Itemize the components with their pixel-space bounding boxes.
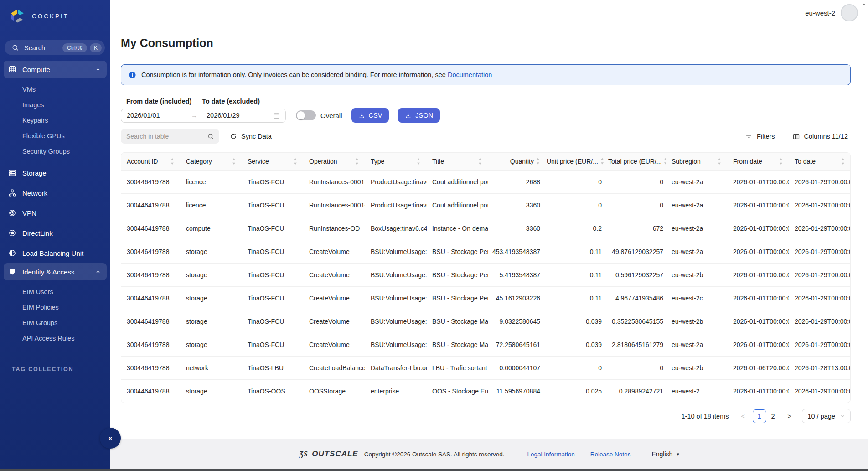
from-date-value[interactable]: 2026/01/01	[127, 112, 191, 119]
sidebar-item-storage[interactable]: Storage	[4, 163, 107, 183]
pagination-next-button[interactable]: >	[784, 412, 796, 420]
table-cell: eu-west-2a	[666, 240, 728, 263]
column-header-from-date[interactable]: From date	[728, 153, 789, 170]
table-cell: 300446419788	[121, 310, 181, 333]
table-cell: ProductUsage:tinav6	[365, 170, 427, 193]
page-size-select[interactable]: 10 / page	[802, 409, 851, 423]
table-tools: Filters Columns 11/12	[745, 133, 851, 140]
column-header-subregion[interactable]: Subregion	[666, 153, 728, 170]
sort-caret-icon	[600, 157, 604, 165]
table-cell: 0	[543, 170, 604, 193]
table-cell: 2026-01-29T00:00:00	[789, 217, 851, 240]
column-header-title[interactable]: Title	[427, 153, 488, 170]
sync-data-button[interactable]: Sync Data	[230, 133, 272, 140]
table-cell: 2026-01-01T00:00:00	[728, 379, 789, 403]
table-cell: 300446419788	[121, 193, 181, 217]
table-cell: CreateVolume	[304, 240, 365, 263]
column-header-to-date[interactable]: To date	[789, 153, 851, 170]
columns-button[interactable]: Columns 11/12	[792, 133, 848, 140]
sidebar-item-security-groups[interactable]: Security Groups	[4, 144, 107, 159]
column-header-total-price-eur[interactable]: Total price (EUR/...	[604, 153, 666, 170]
table-cell: BSU - Stockage Perfo	[427, 286, 488, 310]
shortcut-mod-badge: Ctrl/⌘	[62, 43, 87, 52]
column-header-quantity[interactable]: Quantity	[488, 153, 543, 170]
table-cell: 300446419788	[121, 170, 181, 193]
sidebar-item-keypairs[interactable]: Keypairs	[4, 113, 107, 128]
table-cell: 300446419788	[121, 379, 181, 403]
table-cell: eu-west-2b	[666, 310, 728, 333]
3ds-logo-icon: ƷS	[299, 450, 311, 459]
json-download-button[interactable]: JSON	[398, 108, 440, 123]
table-cell: 0.2	[543, 217, 604, 240]
page-size-value: 10 / page	[808, 413, 835, 420]
to-date-value[interactable]: 2026/01/29	[207, 112, 273, 119]
sidebar-item-label: Storage	[22, 169, 101, 177]
cockpit-logo-icon	[8, 7, 26, 25]
column-header-account-id[interactable]: Account ID	[121, 153, 181, 170]
table-cell: 2026-01-29T00:00:00	[789, 170, 851, 193]
table-cell: 0.11	[543, 240, 604, 263]
table-cell: BSU - Stockage Perfo	[427, 240, 488, 263]
table-cell: 2026-01-01T00:00:00	[728, 217, 789, 240]
sidebar-collapse-button[interactable]: «	[100, 428, 121, 449]
table-cell: 0	[604, 170, 666, 193]
release-notes-link[interactable]: Release Notes	[590, 451, 631, 458]
overall-toggle[interactable]	[296, 110, 316, 120]
sidebar-item-compute[interactable]: Compute	[4, 61, 107, 78]
column-header-category[interactable]: Category	[181, 153, 242, 170]
language-select[interactable]: English ▾	[651, 450, 679, 458]
search-input[interactable]	[121, 129, 219, 144]
scrollbar-up-arrow[interactable]: ▲	[862, 2, 866, 6]
table-cell: TinaOS-FCU	[242, 286, 304, 310]
column-header-service[interactable]: Service	[242, 153, 304, 170]
table-cell: 0.3522580645155	[604, 310, 666, 333]
sidebar-item-identity-access[interactable]: Identity & Access	[4, 263, 107, 280]
column-header-operation[interactable]: Operation	[304, 153, 365, 170]
date-range-picker[interactable]: 2026/01/01 → 2026/01/29	[121, 109, 286, 123]
sidebar-item-flexible-gpus[interactable]: Flexible GPUs	[4, 128, 107, 144]
sidebar-item-load-balancing-unit[interactable]: Load Balancing Unit	[4, 243, 107, 263]
avatar[interactable]	[841, 4, 858, 21]
sidebar-item-api-access-rules[interactable]: API Access Rules	[4, 331, 107, 346]
table-cell: 2026-01-28T13:00:00	[789, 356, 851, 379]
table-cell: 300446419788	[121, 263, 181, 286]
to-date-label: To date (excluded)	[202, 98, 260, 105]
table-cell: 0	[604, 193, 666, 217]
sync-icon	[230, 133, 237, 140]
legal-information-link[interactable]: Legal Information	[527, 451, 575, 458]
sidebar-item-eim-groups[interactable]: EIM Groups	[4, 315, 107, 331]
table-cell: 9.0322580645	[488, 310, 543, 333]
csv-download-button[interactable]: CSV	[351, 108, 389, 123]
table-cell: eu-west-2c	[666, 286, 728, 310]
info-icon	[129, 71, 136, 79]
sidebar-item-vpn[interactable]: VPN	[4, 203, 107, 223]
table-cell: 0	[543, 193, 604, 217]
logo[interactable]: COCKPIT	[0, 0, 110, 25]
pagination-page-2[interactable]: 2	[766, 409, 780, 423]
sort-caret-icon	[478, 157, 482, 165]
svg-text:ƷS: ƷS	[299, 450, 308, 458]
sidebar-item-images[interactable]: Images	[4, 97, 107, 113]
sidebar-item-eim-policies[interactable]: EIM Policies	[4, 300, 107, 315]
sidebar-item-eim-users[interactable]: EIM Users	[4, 284, 107, 300]
table-cell: 0.039	[543, 333, 604, 356]
table-cell: 4.967741935486	[604, 286, 666, 310]
pagination-page-1[interactable]: 1	[753, 409, 766, 423]
table-cell: enterprise	[365, 379, 427, 403]
column-header-unit-price-eur[interactable]: Unit price (EUR/...	[543, 153, 604, 170]
chevron-up-icon	[95, 66, 101, 72]
documentation-link[interactable]: Documentation	[448, 71, 492, 78]
table-cell: RunInstances-0001-0	[304, 193, 365, 217]
table-cell: 2026-01-01T00:00:00	[728, 170, 789, 193]
chevron-down-icon	[840, 413, 846, 419]
sidebar-item-directlink[interactable]: DirectLink	[4, 223, 107, 243]
sidebar-search[interactable]: Search Ctrl/⌘ K	[5, 40, 105, 55]
pagination-prev-button[interactable]: <	[737, 412, 749, 420]
table-cell: 2026-01-01T00:00:00	[728, 286, 789, 310]
sidebar-item-network[interactable]: Network	[4, 183, 107, 203]
sort-caret-icon	[232, 157, 236, 165]
region-selector[interactable]: eu-west-2	[805, 9, 835, 17]
filters-button[interactable]: Filters	[745, 133, 775, 140]
column-header-type[interactable]: Type	[365, 153, 427, 170]
sidebar-item-vms[interactable]: VMs	[4, 82, 107, 97]
